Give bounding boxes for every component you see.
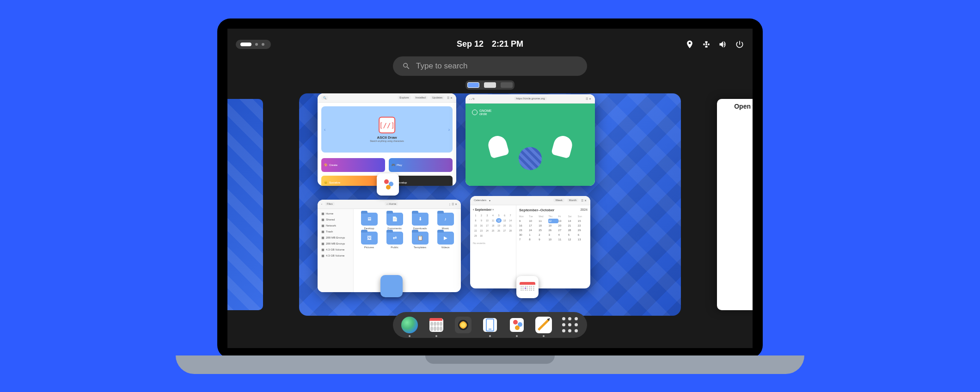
search-bar[interactable]: Type to search	[393, 56, 587, 76]
folder-item: 📋Templates	[408, 232, 432, 249]
window-calendar[interactable]: Calendars ▾ Week Month ☰ ✕ ‹ September ›	[470, 196, 590, 288]
featured-subtitle: Sketch anything using characters	[370, 139, 404, 142]
dock-camera[interactable]	[455, 317, 472, 333]
files-grid: 🖥Desktop 📄Documents ⬇Downloads ♪Music 🖼P…	[354, 209, 461, 292]
sidebar-item: Network	[319, 223, 351, 229]
no-events-label: No events	[473, 242, 513, 245]
top-bar: Sep 12 2:21 PM	[227, 34, 753, 55]
app-icon-software	[377, 173, 399, 196]
ascii-draw-icon: [//]	[379, 116, 395, 133]
volume-icon	[718, 40, 728, 49]
window-web[interactable]: ‹ › ↻ https://circle.gnome.org ☰ ✕ GNOME…	[466, 94, 595, 186]
folder-item: ⬇Downloads	[408, 213, 432, 230]
calendar-mini-month: ‹ September › 1234567 891011121314 15161…	[470, 205, 516, 288]
window-files-header: ‹ Files ⌂ Home ⋮ ☰ ✕	[318, 200, 461, 209]
folder-item: ▶Videos	[434, 232, 457, 249]
dock-web[interactable]	[401, 317, 418, 333]
hand-left-illustration	[486, 134, 509, 159]
date-label: Sep 12	[457, 39, 484, 49]
dock-phone[interactable]	[482, 317, 498, 333]
folder-item: ♪Music	[434, 213, 457, 230]
dock-software[interactable]	[508, 317, 525, 333]
activities-indicator	[240, 43, 251, 46]
sidebar-item: 4.3 GB Volume	[319, 247, 351, 253]
tab-installed: Installed	[414, 96, 428, 99]
adjacent-workspace-left[interactable]	[227, 99, 263, 310]
network-icon	[702, 40, 711, 49]
sidebar-item: 288 MB Encryp	[319, 235, 351, 241]
workspace-dot	[262, 43, 264, 46]
workspace-thumb-active[interactable]	[467, 82, 479, 88]
dock-show-apps[interactable]	[562, 317, 579, 333]
app-icon-files	[380, 275, 403, 297]
folder-item: 📄Documents	[383, 213, 406, 230]
window-web-header: ‹ › ↻ https://circle.gnome.org ☰ ✕	[466, 94, 595, 104]
workspace-thumb[interactable]	[501, 82, 513, 88]
sidebar-item: Trash	[319, 229, 351, 235]
hand-right-illustration	[551, 134, 574, 159]
category-play: 🎮 Play	[389, 158, 453, 172]
current-workspace: 🔍 Explore Installed Updates ☰ ✕ ‹›	[299, 93, 681, 316]
category-create: 🎨 Create	[321, 158, 385, 172]
dock-calendar[interactable]	[428, 317, 445, 333]
folder-item: ⇄Public	[383, 232, 406, 249]
workspace-thumb[interactable]	[484, 82, 496, 88]
breadcrumb: ⌂ Home	[385, 202, 398, 206]
laptop-base	[176, 355, 804, 374]
folder-item: 🖼Pictures	[357, 232, 381, 249]
location-icon	[685, 40, 694, 49]
dock	[393, 312, 587, 338]
status-area[interactable]	[685, 40, 744, 49]
window-software[interactable]: 🔍 Explore Installed Updates ☰ ✕ ‹›	[318, 93, 456, 186]
power-icon	[735, 40, 744, 49]
category-socialize: 😊 Socialize	[321, 176, 385, 186]
window-calendar-header: Calendars ▾ Week Month ☰ ✕	[470, 196, 590, 205]
workspace-switcher[interactable]	[466, 80, 514, 90]
sidebar-item: Shared	[319, 217, 351, 223]
search-icon	[402, 62, 410, 70]
gnome-circle-logo: GNOMEcircle	[472, 109, 491, 116]
activities-button[interactable]	[236, 40, 271, 49]
globe-illustration	[519, 147, 542, 170]
folder-item: 🖥Desktop	[357, 213, 381, 230]
desktop-overview: Sep 12 2:21 PM Type to search	[227, 29, 753, 348]
screen-bezel: Sep 12 2:21 PM Type to search	[217, 18, 763, 358]
open-dropdown[interactable]: Open ▾	[721, 103, 753, 110]
window-software-header: 🔍 Explore Installed Updates ☰ ✕	[318, 93, 456, 103]
clock-area[interactable]: Sep 12 2:21 PM	[457, 39, 523, 49]
time-label: 2:21 PM	[492, 39, 523, 49]
files-sidebar: Home Shared Network Trash 288 MB Encryp …	[318, 209, 354, 292]
dock-text-editor[interactable]	[535, 317, 552, 333]
laptop-notch	[425, 355, 555, 364]
adjacent-workspace-right[interactable]: Open ▾	[717, 99, 753, 310]
sidebar-item: Home	[319, 211, 351, 217]
sidebar-item: 4.3 GB Volume	[319, 253, 351, 259]
software-featured-banner: ‹› [//] ASCII Draw Sketch anything using…	[321, 106, 453, 153]
window-overview: 🔍 Explore Installed Updates ☰ ✕ ‹›	[227, 93, 753, 316]
search-placeholder: Type to search	[416, 61, 468, 71]
featured-title: ASCII Draw	[370, 135, 404, 139]
tab-explore: Explore	[398, 96, 410, 99]
app-icon-calendar	[516, 276, 539, 298]
laptop-mockup: Sep 12 2:21 PM Type to search	[217, 18, 763, 374]
tab-updates: Updates	[430, 96, 444, 99]
web-content: GNOMEcircle	[466, 104, 595, 186]
sidebar-item: 288 MB Encryp	[319, 241, 351, 247]
workspace-dot	[255, 43, 258, 46]
url-bar: https://circle.gnome.org	[514, 97, 546, 100]
